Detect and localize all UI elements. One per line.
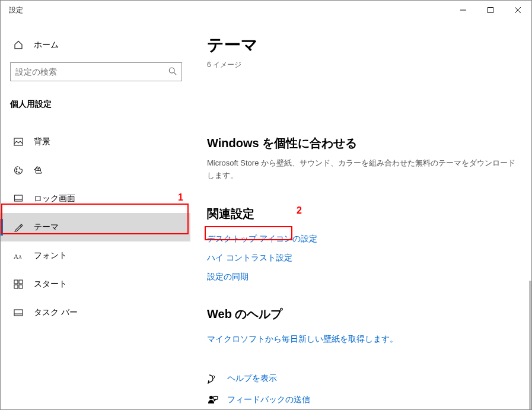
maximize-button[interactable] — [477, 1, 504, 20]
sidebar-item-themes[interactable]: テーマ — [1, 213, 190, 241]
sidebar-item-label: スタート — [34, 279, 67, 290]
sidebar-item-taskbar[interactable]: タスク バー — [1, 298, 190, 327]
fonts-icon: AA — [12, 252, 24, 260]
sidebar-item-start[interactable]: スタート — [1, 270, 190, 298]
svg-point-4 — [169, 68, 174, 73]
sidebar-item-label: タスク バー — [34, 307, 78, 318]
help-label: ヘルプを表示 — [227, 373, 277, 384]
image-count: 6 イメージ — [207, 60, 517, 70]
svg-rect-16 — [14, 285, 18, 288]
background-icon — [12, 137, 24, 147]
scrollbar[interactable] — [529, 281, 531, 409]
svg-rect-14 — [14, 280, 18, 284]
sidebar-item-lockscreen[interactable]: ロック画面 — [1, 185, 190, 213]
sidebar-item-label: フォント — [34, 250, 67, 261]
close-button[interactable] — [504, 1, 531, 20]
feedback-label: フィードバックの送信 — [227, 395, 310, 405]
search-input[interactable] — [15, 67, 168, 77]
sidebar-item-colors[interactable]: 色 — [1, 156, 190, 185]
taskbar-icon — [12, 308, 24, 317]
svg-rect-10 — [15, 195, 23, 201]
themes-icon — [12, 223, 24, 232]
feedback-link[interactable]: フィードバックの送信 — [207, 395, 517, 405]
sidebar-item-label: テーマ — [34, 222, 59, 233]
personalize-heading: Windows を個性に合わせる — [207, 135, 517, 151]
link-webhelp-wallpaper[interactable]: マイクロソフトから毎日新しい壁紙を取得します。 — [207, 334, 398, 345]
sidebar-item-label: 背景 — [34, 136, 50, 147]
home-icon — [12, 40, 24, 50]
svg-rect-18 — [14, 310, 23, 316]
link-desktop-icons[interactable]: デスクトップ アイコンの設定 — [207, 234, 317, 244]
sidebar: ホーム 個人用設定 背景 色 — [1, 20, 190, 409]
svg-rect-6 — [14, 138, 23, 145]
search-icon — [168, 67, 177, 77]
help-link[interactable]: ? ヘルプを表示 — [207, 373, 517, 384]
palette-icon — [12, 166, 24, 175]
svg-line-5 — [174, 72, 176, 75]
home-label: ホーム — [34, 40, 59, 50]
sidebar-item-label: 色 — [34, 165, 42, 176]
link-high-contrast[interactable]: ハイ コントラスト設定 — [207, 253, 292, 263]
svg-point-7 — [16, 169, 17, 170]
section-label: 個人用設定 — [1, 87, 190, 115]
svg-point-8 — [16, 171, 17, 172]
sidebar-item-label: ロック画面 — [34, 193, 75, 204]
help-icon: ? — [207, 373, 219, 384]
link-sync-settings[interactable]: 設定の同期 — [207, 272, 249, 282]
svg-text:?: ? — [212, 375, 215, 382]
window-controls — [450, 1, 531, 20]
sidebar-item-fonts[interactable]: AA フォント — [1, 241, 190, 270]
sidebar-item-background[interactable]: 背景 — [1, 128, 190, 156]
svg-text:A: A — [14, 253, 18, 260]
svg-text:A: A — [18, 255, 22, 260]
home-link[interactable]: ホーム — [1, 34, 190, 56]
start-icon — [12, 279, 24, 289]
main-content: テーマ 6 イメージ Windows を個性に合わせる Microsoft St… — [190, 20, 531, 409]
feedback-icon — [207, 395, 219, 405]
window-title: 設定 — [9, 5, 23, 15]
search-box[interactable] — [10, 62, 182, 81]
svg-point-21 — [209, 396, 213, 399]
page-title: テーマ — [207, 34, 517, 56]
minimize-button[interactable] — [450, 1, 477, 20]
webhelp-heading: Web のヘルプ — [207, 306, 517, 322]
svg-rect-22 — [214, 396, 218, 399]
svg-point-9 — [18, 172, 20, 173]
svg-rect-15 — [19, 280, 23, 284]
svg-rect-1 — [488, 8, 493, 13]
lockscreen-icon — [12, 194, 24, 204]
svg-rect-17 — [19, 285, 23, 288]
related-heading: 関連設定 — [207, 206, 517, 222]
personalize-desc: Microsoft Store から壁紙、サウンド、カラーを組み合わせた無料のテ… — [207, 157, 517, 182]
titlebar: 設定 — [1, 1, 531, 20]
